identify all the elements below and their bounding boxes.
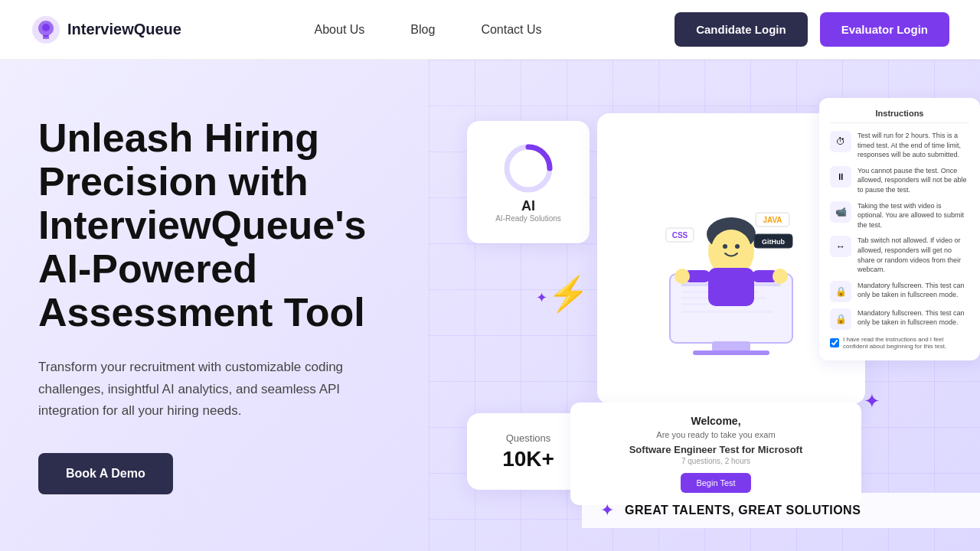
- instructions-checkbox[interactable]: [830, 338, 839, 347]
- svg-point-14: [723, 244, 727, 249]
- nav-actions: Candidate Login Evaluator Login: [675, 12, 949, 47]
- instr-text-3: Taking the test with video is optional. …: [858, 201, 969, 230]
- svg-rect-16: [708, 268, 754, 306]
- instr-row-3: 📹 Taking the test with video is optional…: [830, 201, 969, 230]
- person-illustration: CSS JAVA GitHub: [624, 152, 838, 366]
- svg-text:JAVA: JAVA: [763, 216, 782, 224]
- hero-title: Unleash Hiring Precision with InterviewQ…: [38, 116, 398, 335]
- brand: InterviewQueue: [31, 15, 181, 45]
- sparkle-icon-4: ✦: [536, 289, 547, 306]
- exam-welcome-box: Welcome, Are you ready to take you exam …: [570, 403, 861, 505]
- exam-meta-text: 7 questions, 2 hours: [586, 457, 846, 465]
- instr-row-1: ⏱ Test will run for 2 hours. This is a t…: [830, 131, 969, 160]
- questions-count: 10K+: [502, 447, 554, 471]
- instructions-checkbox-label: I have read the instructions and I feel …: [843, 336, 969, 350]
- svg-point-15: [735, 244, 740, 249]
- instr-text-2: You cannot pause the test. Once allowed,…: [858, 166, 969, 195]
- instr-icon-4: ↔: [830, 236, 851, 257]
- instr-icon-5: 🔒: [830, 281, 851, 302]
- ai-circle-icon: [501, 142, 555, 195]
- sparkle-icon-3: ✦: [864, 390, 880, 413]
- instr-text-5: Mandatory fullscreen. This test can only…: [858, 281, 969, 300]
- candidate-login-button[interactable]: Candidate Login: [675, 12, 808, 47]
- nav-blog[interactable]: Blog: [410, 23, 435, 37]
- ai-card: AI AI-Ready Solutions: [467, 121, 590, 243]
- begin-test-button[interactable]: Begin Test: [681, 473, 750, 493]
- ai-sublabel: AI-Ready Solutions: [495, 214, 561, 223]
- nav-links: About Us Blog Contact Us: [315, 23, 542, 37]
- svg-point-20: [773, 269, 788, 284]
- instr-row-2: ⏸ You cannot pause the test. Once allowe…: [830, 166, 969, 195]
- svg-text:GitHub: GitHub: [762, 238, 785, 246]
- instr-icon-6: 🔒: [830, 308, 851, 330]
- great-talents-banner: ✦ GREAT TALENTS, GREAT SOLUTIONS: [582, 493, 980, 528]
- hero-illustration: ✦ ✦ ✦ ✦ ⚡ AI AI-Ready Solutions 90% Time…: [429, 60, 980, 551]
- instr-icon-1: ⏱: [830, 131, 851, 152]
- banner-text: GREAT TALENTS, GREAT SOLUTIONS: [625, 504, 861, 517]
- logo-icon: [31, 15, 61, 45]
- banner-sparkle-icon: ✦: [600, 500, 614, 520]
- exam-ready-text: Are you ready to take you exam: [586, 430, 846, 439]
- svg-rect-10: [681, 311, 773, 313]
- svg-rect-5: [693, 350, 769, 355]
- ai-label: AI: [521, 198, 535, 214]
- book-demo-button[interactable]: Book A Demo: [38, 453, 173, 494]
- hero-subtitle: Transform your recruitment with customiz…: [38, 357, 398, 423]
- instr-row-6: 🔒 Mandatory fullscreen. This test can on…: [830, 308, 969, 330]
- svg-point-19: [675, 269, 690, 284]
- hero-content: Unleash Hiring Precision with InterviewQ…: [0, 70, 429, 541]
- svg-rect-4: [712, 341, 750, 352]
- instructions-card: Instructions ⏱ Test will run for 2 hours…: [819, 98, 980, 360]
- instr-icon-2: ⏸: [830, 166, 851, 187]
- nav-about[interactable]: About Us: [315, 23, 365, 37]
- brand-name: InterviewQueue: [67, 21, 181, 38]
- questions-label: Questions: [506, 432, 551, 444]
- lightning-icon: ⚡: [547, 274, 590, 314]
- nav-contact[interactable]: Contact Us: [481, 23, 541, 37]
- instructions-title: Instructions: [830, 109, 969, 123]
- svg-text:CSS: CSS: [672, 231, 688, 240]
- instr-text-4: Tab switch not allowed. If video or allo…: [858, 236, 969, 274]
- instr-row-4: ↔ Tab switch not allowed. If video or al…: [830, 236, 969, 274]
- navbar: InterviewQueue About Us Blog Contact Us …: [0, 0, 980, 60]
- evaluator-login-button[interactable]: Evaluator Login: [820, 12, 949, 47]
- svg-point-1: [42, 24, 50, 31]
- exam-welcome-text: Welcome,: [586, 415, 846, 427]
- exam-title-text: Software Engineer Test for Microsoft: [586, 444, 846, 455]
- instr-row-5: 🔒 Mandatory fullscreen. This test can on…: [830, 281, 969, 302]
- instr-icon-3: 📹: [830, 201, 851, 223]
- instr-text-6: Mandatory fullscreen. This test can only…: [858, 308, 969, 328]
- svg-point-13: [711, 230, 751, 269]
- instr-text-1: Test will run for 2 hours. This is a tim…: [858, 131, 969, 160]
- instructions-checkbox-row: I have read the instructions and I feel …: [830, 336, 969, 350]
- hero-section: Unleash Hiring Precision with InterviewQ…: [0, 60, 980, 551]
